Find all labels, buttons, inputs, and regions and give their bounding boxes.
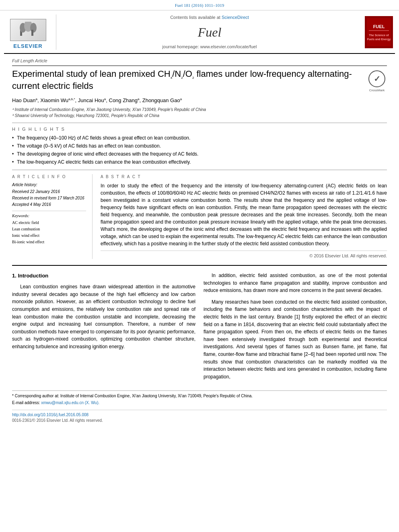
section-title: Introduction <box>18 273 48 279</box>
sciencedirect-label: Contents lists available at <box>170 15 220 20</box>
sub-4: 4 <box>171 76 172 80</box>
elsevier-logo: ELSEVIER <box>4 14 56 50</box>
history-title: Article history: <box>12 182 86 188</box>
email-label: E-mail address: <box>12 401 40 405</box>
section-1-heading: 1. Introduction <box>12 272 195 280</box>
article-title-row: Experimental study of lean premixed CH4/… <box>12 68 387 92</box>
header-section: ELSEVIER Contents lists available at Sci… <box>4 10 395 54</box>
keyword-4: Bi-ionic wind effect <box>12 239 86 245</box>
doi-bar: Fuel 181 (2016) 1011–1019 <box>0 0 399 10</box>
doi-link[interactable]: http://dx.doi.org/10.1016/j.fuel.2016.05… <box>12 412 387 418</box>
fuel-logo-image: FUEL The Science of Fuels and Energy <box>365 16 393 48</box>
crossmark-circle: ✓ <box>368 70 385 87</box>
article-history: Article history: Received 22 January 201… <box>12 182 86 207</box>
keywords-section: Keywords: AC electric field Lean combust… <box>12 211 86 245</box>
sub-2a: 2 <box>181 76 183 80</box>
keyword-3: Ionic wind effect <box>12 233 86 238</box>
affiliations: ᵃ Institute of Internal Combustion Engin… <box>12 107 387 119</box>
body-right-col: In addition, electric field assisted com… <box>204 272 387 384</box>
footnote-corresponding: * Corresponding author at: Institute of … <box>12 393 387 399</box>
intro-paragraph-right: In addition, electric field assisted com… <box>204 272 387 294</box>
highlights-section: H I G H L I G H T S The frequency (40–10… <box>12 123 387 166</box>
article-info-abstract: A R T I C L E I N F O Article history: R… <box>12 170 387 259</box>
page-container: Fuel 181 (2016) 1011–1019 ELSEVIER Conte… <box>0 0 399 431</box>
svg-rect-4 <box>31 30 33 36</box>
affiliation-a: ᵃ Institute of Internal Combustion Engin… <box>12 107 387 113</box>
sciencedirect-line: Contents lists available at ScienceDirec… <box>170 14 249 21</box>
email-value[interactable]: xmwu@mail.xjtu.edu.cn (X. Wu). <box>41 401 99 405</box>
sciencedirect-link[interactable]: ScienceDirect <box>222 15 249 20</box>
fuel-logo: FUEL The Science of Fuels and Energy <box>363 14 395 50</box>
doi-text: Fuel 181 (2016) 1011–1019 <box>175 3 224 8</box>
accepted-date: Accepted 4 May 2016 <box>12 202 86 207</box>
highlight-item: The low-frequency AC electric fields can… <box>12 159 387 166</box>
received-date: Received 22 January 2016 <box>12 189 86 195</box>
two-col-body: 1. Introduction Lean combustion engines … <box>12 272 387 384</box>
issn-text: 0016-2361/© 2016 Elsevier Ltd. All right… <box>12 418 387 423</box>
abstract-column: A B S T R A C T In order to study the ef… <box>101 174 387 259</box>
intro-paragraph-right-2: Many researches have been conducted on t… <box>204 298 387 381</box>
svg-rect-6 <box>367 18 391 46</box>
sub-2b: 2 <box>192 76 194 80</box>
revised-date: Received in revised form 17 March 2016 <box>12 195 86 201</box>
svg-rect-8 <box>369 30 389 31</box>
footnote-section: * Corresponding author at: Institute of … <box>12 390 387 406</box>
keyword-1: AC electric field <box>12 220 86 226</box>
crossmark-text: CrossMark <box>369 88 385 92</box>
highlights-label: H I G H L I G H T S <box>12 126 387 132</box>
elsevier-brand: ELSEVIER <box>13 43 42 50</box>
journal-homepage: journal homepage: www.elsevier.com/locat… <box>162 44 257 50</box>
footnote-email: E-mail address: xmwu@mail.xjtu.edu.cn (X… <box>12 400 387 406</box>
body-left-col: 1. Introduction Lean combustion engines … <box>12 272 195 384</box>
copyright-line: © 2016 Elsevier Ltd. All rights reserved… <box>101 251 387 259</box>
intro-paragraph-left: Lean combustion engines have drawn wides… <box>12 283 195 350</box>
bottom-bar: http://dx.doi.org/10.1016/j.fuel.2016.05… <box>12 410 387 423</box>
abstract-label: A B S T R A C T <box>101 174 387 180</box>
section-number: 1. <box>12 273 16 279</box>
article-title: Experimental study of lean premixed CH4/… <box>12 68 367 92</box>
main-content: Full Length Article Experimental study o… <box>0 54 399 431</box>
article-info-column: A R T I C L E I N F O Article history: R… <box>12 174 93 259</box>
authors-line: Hao Duana, Xiaomin Wua,b,*, Juncai Houa,… <box>12 97 387 105</box>
article-info-label: A R T I C L E I N F O <box>12 174 86 180</box>
highlights-list: The frequency (40–100 Hz) of AC fields s… <box>12 135 387 165</box>
body-section: 1. Introduction Lean combustion engines … <box>12 265 387 423</box>
journal-center: Contents lists available at ScienceDirec… <box>56 14 363 50</box>
article-type: Full Length Article <box>12 58 387 66</box>
svg-text:Fuels and Energy: Fuels and Energy <box>367 38 391 41</box>
keyword-2: Lean combustion <box>12 226 86 232</box>
abstract-text: In order to study the effect of the freq… <box>101 182 387 247</box>
journal-title: Fuel <box>198 23 222 41</box>
highlight-item: The voltage (0–5 kV) of AC fields has an… <box>12 143 387 150</box>
highlight-item: The frequency (40–100 Hz) of AC fields s… <box>12 135 387 142</box>
crossmark-logo: ✓ CrossMark <box>367 68 387 92</box>
svg-text:FUEL: FUEL <box>373 24 385 29</box>
svg-text:The Science of: The Science of <box>369 34 389 37</box>
elsevier-logo-image <box>10 19 46 41</box>
affiliation-b: ᵇ Shaanxi University of Technology, Hanz… <box>12 113 387 119</box>
highlight-item: The developing degree of ionic wind effe… <box>12 151 387 158</box>
keywords-title: Keywords: <box>12 213 86 219</box>
